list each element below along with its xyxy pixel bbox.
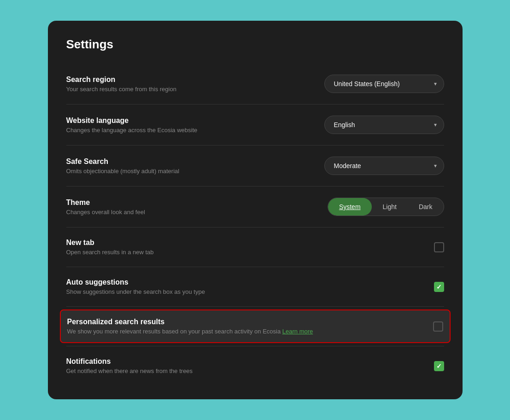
theme-label: Theme Changes overall look and feel xyxy=(66,198,328,216)
new-tab-title: New tab xyxy=(66,239,434,247)
theme-title: Theme xyxy=(66,198,328,207)
personalized-search-desc-text: We show you more relevant results based … xyxy=(67,328,281,335)
auto-suggestions-checkbox[interactable] xyxy=(434,282,444,292)
auto-suggestions-row: Auto suggestions Show suggestions under … xyxy=(66,270,444,303)
website-language-desc: Changes the language across the Ecosia w… xyxy=(66,127,324,134)
personalized-search-checkbox[interactable] xyxy=(433,321,443,332)
settings-card: Settings Search region Your search resul… xyxy=(48,21,463,399)
search-region-title: Search region xyxy=(66,76,324,84)
notifications-row: Notifications Get notified when there ar… xyxy=(66,349,444,383)
website-language-dropdown-wrapper: English Deutsch Français Español Italian… xyxy=(324,116,444,134)
theme-toggle-group: System Light Dark xyxy=(328,198,444,216)
auto-suggestions-desc: Show suggestions under the search box as… xyxy=(66,288,434,295)
personalized-search-label: Personalized search results We show you … xyxy=(67,318,433,335)
theme-row: Theme Changes overall look and feel Syst… xyxy=(66,189,444,224)
divider-4 xyxy=(66,227,444,228)
safe-search-title: Safe Search xyxy=(66,158,324,166)
safe-search-desc: Omits objectionable (mostly adult) mater… xyxy=(66,168,324,175)
divider-3 xyxy=(66,186,444,187)
search-region-dropdown-wrapper: United States (English) United Kingdom (… xyxy=(324,75,444,93)
website-language-select[interactable]: English Deutsch Français Español Italian… xyxy=(324,116,444,134)
theme-system-button[interactable]: System xyxy=(328,198,372,216)
divider-5 xyxy=(66,267,444,267)
safe-search-label: Safe Search Omits objectionable (mostly … xyxy=(66,158,324,175)
search-region-label: Search region Your search results come f… xyxy=(66,76,324,93)
divider-6 xyxy=(66,306,444,307)
search-region-desc: Your search results come from this regio… xyxy=(66,86,324,93)
theme-dark-button[interactable]: Dark xyxy=(408,198,444,216)
personalized-search-desc: We show you more relevant results based … xyxy=(67,328,433,335)
divider-2 xyxy=(66,145,444,146)
safe-search-dropdown-wrapper: Strict Moderate Off ▾ xyxy=(324,157,444,175)
divider-1 xyxy=(66,104,444,105)
notifications-desc: Get notified when there are news from th… xyxy=(66,368,434,374)
new-tab-label: New tab Open search results in a new tab xyxy=(66,239,434,256)
notifications-checkbox[interactable] xyxy=(434,361,444,371)
notifications-label: Notifications Get notified when there ar… xyxy=(66,357,434,374)
personalized-search-learn-more-link[interactable]: Learn more xyxy=(282,328,313,335)
theme-desc: Changes overall look and feel xyxy=(66,209,328,216)
personalized-search-row: Personalized search results We show you … xyxy=(60,309,451,343)
search-region-select[interactable]: United States (English) United Kingdom (… xyxy=(324,75,444,93)
theme-light-button[interactable]: Light xyxy=(372,198,408,216)
notifications-title: Notifications xyxy=(66,357,434,366)
auto-suggestions-label: Auto suggestions Show suggestions under … xyxy=(66,278,434,295)
divider-7 xyxy=(66,346,444,346)
new-tab-checkbox[interactable] xyxy=(434,242,444,252)
auto-suggestions-title: Auto suggestions xyxy=(66,278,434,286)
search-region-row: Search region Your search results come f… xyxy=(66,66,444,101)
website-language-row: Website language Changes the language ac… xyxy=(66,107,444,142)
personalized-search-title: Personalized search results xyxy=(67,318,433,326)
safe-search-row: Safe Search Omits objectionable (mostly … xyxy=(66,148,444,183)
website-language-title: Website language xyxy=(66,117,324,125)
website-language-label: Website language Changes the language ac… xyxy=(66,117,324,134)
safe-search-select[interactable]: Strict Moderate Off xyxy=(324,157,444,175)
new-tab-desc: Open search results in a new tab xyxy=(66,249,434,256)
page-title: Settings xyxy=(66,37,444,52)
new-tab-row: New tab Open search results in a new tab xyxy=(66,230,444,264)
